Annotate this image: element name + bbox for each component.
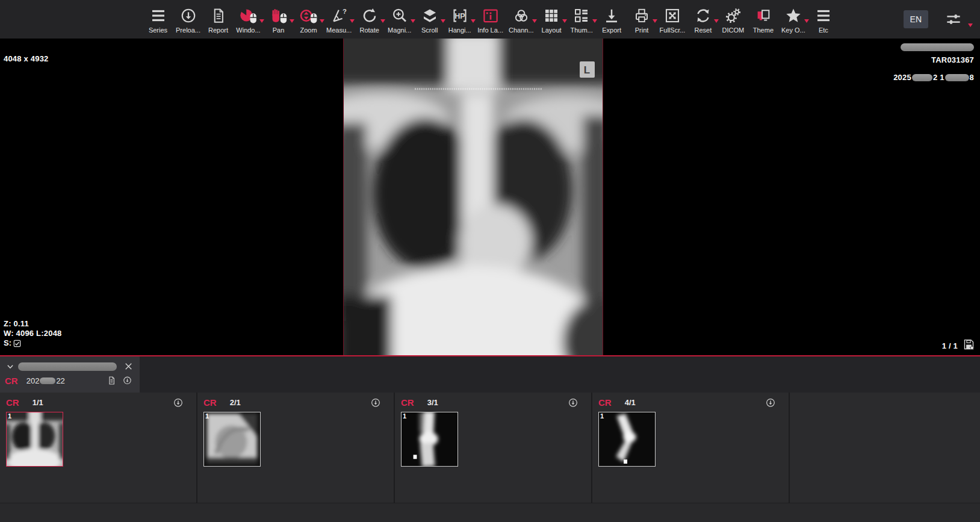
xray-image[interactable]: L	[343, 39, 603, 355]
hanging-protocol-icon	[451, 7, 469, 25]
toolbar: Series Preloa... Report Windo... Pan	[0, 0, 980, 39]
collapse-chevron-icon[interactable]	[5, 361, 16, 372]
channel-icon	[512, 7, 530, 25]
dropdown-arrow-icon[interactable]	[804, 19, 809, 23]
toolbar-button-label: Measu...	[326, 27, 352, 34]
window-level-icon	[240, 7, 258, 25]
cloud-download-icon[interactable]	[764, 397, 777, 409]
toolbar-button-fullscreen[interactable]: FullScr...	[660, 5, 686, 34]
panel-base	[0, 503, 980, 522]
rotate-icon	[361, 7, 379, 25]
series-cell-3[interactable]: CR 3/1 1	[395, 393, 592, 503]
toolbar-button-channel[interactable]: Chann...	[509, 5, 534, 34]
toolbar-button-zoom[interactable]: Zoom	[296, 5, 321, 34]
layout-grid-icon	[542, 7, 560, 25]
toolbar-button-label: Pan	[273, 27, 285, 34]
toolbar-button-layout[interactable]: Layout	[539, 5, 564, 34]
toolbar-button-window[interactable]: Windo...	[236, 5, 261, 34]
series-thumbnail[interactable]: 1	[203, 412, 261, 467]
toolbar-right: EN	[904, 10, 970, 28]
toolbar-button-measure[interactable]: Measu...	[326, 5, 352, 34]
magnify-icon	[391, 7, 409, 25]
dropdown-arrow-icon[interactable]	[532, 19, 537, 23]
toolbar-button-theme[interactable]: Theme	[751, 5, 775, 34]
viewport-status-overlay: Z: 0.11 W: 4096 L:2048 S:	[4, 319, 62, 348]
dropdown-arrow-icon[interactable]	[471, 19, 476, 23]
image-counter: 1 / 1	[942, 341, 958, 350]
series-count: 4/1	[625, 398, 636, 407]
preload-icon	[179, 7, 197, 25]
toolbar-button-label: Scroll	[421, 27, 438, 34]
thumbnail-index: 1	[8, 412, 11, 420]
dropdown-arrow-icon[interactable]	[350, 19, 355, 23]
reset-icon	[694, 7, 712, 25]
export-icon	[603, 7, 621, 25]
series-thumbnail[interactable]: 1	[6, 412, 63, 467]
image-viewport[interactable]: L 4048 x 4932 TAR031367 20252 18 Z: 0.11…	[0, 39, 980, 356]
toolbar-button-magnify[interactable]: Magni...	[387, 5, 412, 34]
study-bar: CR 20222	[0, 356, 980, 393]
cloud-download-icon[interactable]	[370, 397, 382, 409]
toolbar-button-print[interactable]: Print	[630, 5, 654, 34]
close-study-icon[interactable]	[123, 361, 134, 372]
series-cell-1[interactable]: CR 1/1 1	[0, 393, 197, 503]
study-report-icon[interactable]	[107, 375, 117, 386]
toolbar-button-dicom[interactable]: DICOM	[721, 5, 745, 34]
toolbar-button-info-layer[interactable]: Info La...	[477, 5, 503, 34]
dropdown-arrow-icon[interactable]	[441, 19, 445, 23]
toolbar-button-thumbnail[interactable]: Thum...	[569, 5, 594, 34]
dropdown-arrow-icon[interactable]	[259, 19, 264, 23]
settings-button[interactable]	[944, 10, 970, 28]
language-button[interactable]: EN	[904, 10, 928, 28]
zoom-factor: Z: 0.11	[4, 319, 62, 329]
toolbar-button-label: Print	[635, 27, 649, 34]
toolbar-button-label: Zoom	[300, 27, 317, 34]
thumbnail-index: 1	[403, 412, 406, 420]
thumbnail-index: 1	[205, 412, 209, 420]
measure-icon	[330, 7, 348, 25]
study-date: 20222	[26, 376, 65, 385]
dicom-gear-icon	[724, 7, 742, 25]
toolbar-button-label: Preloa...	[176, 27, 200, 34]
series-cell-2[interactable]: CR 2/1 1	[197, 393, 395, 503]
dropdown-arrow-icon[interactable]	[320, 19, 324, 23]
toolbar-button-preload[interactable]: Preloa...	[176, 5, 200, 34]
redacted-time-part	[945, 74, 969, 81]
toolbar-button-export[interactable]: Export	[600, 5, 624, 34]
sliders-icon	[944, 10, 963, 28]
dropdown-arrow-icon[interactable]	[562, 19, 567, 23]
toolbar-button-report[interactable]: Report	[206, 5, 231, 34]
toolbar-button-reset[interactable]: Reset	[690, 5, 715, 34]
toolbar-button-hanging[interactable]: Hangi...	[447, 5, 472, 34]
toolbar-button-label: Info La...	[477, 27, 503, 34]
image-dimensions-overlay: 4048 x 4932	[4, 54, 49, 63]
study-panel: CR 20222 CR 1/1 1 CR 2/1 1	[0, 356, 980, 522]
dropdown-arrow-icon[interactable]	[380, 19, 385, 23]
toolbar-button-etc[interactable]: Etc	[811, 5, 836, 34]
info-layer-icon	[482, 7, 500, 25]
key-object-save-icon[interactable]	[963, 338, 975, 352]
redacted-date-part	[912, 74, 932, 81]
series-thumbnail[interactable]: 1	[598, 412, 656, 467]
sharpen-checkbox[interactable]	[13, 340, 21, 347]
dropdown-arrow-icon[interactable]	[411, 19, 415, 23]
toolbar-button-key-object[interactable]: Key O...	[781, 5, 805, 34]
cloud-download-icon[interactable]	[172, 397, 184, 409]
study-download-icon[interactable]	[122, 375, 133, 386]
dropdown-arrow-icon[interactable]	[653, 19, 657, 23]
toolbar-button-pan[interactable]: Pan	[266, 5, 291, 34]
toolbar-button-scroll[interactable]: Scroll	[417, 5, 442, 34]
study-datetime: 20252 18	[893, 73, 974, 82]
series-thumbnail[interactable]: 1	[401, 412, 458, 467]
patient-id: TAR031367	[893, 55, 974, 64]
study-tab[interactable]: CR 20222	[0, 356, 140, 393]
series-strip: CR 1/1 1 CR 2/1 1 CR 3/1 1	[0, 393, 980, 503]
dropdown-arrow-icon[interactable]	[592, 19, 597, 23]
toolbar-button-rotate[interactable]: Rotate	[357, 5, 382, 34]
cloud-download-icon[interactable]	[567, 397, 579, 409]
series-cell-4[interactable]: CR 4/1 1	[592, 393, 790, 503]
etc-menu-icon	[814, 7, 833, 25]
toolbar-button-series[interactable]: Series	[146, 5, 170, 34]
dropdown-arrow-icon[interactable]	[290, 19, 294, 23]
dropdown-arrow-icon[interactable]	[714, 19, 719, 23]
